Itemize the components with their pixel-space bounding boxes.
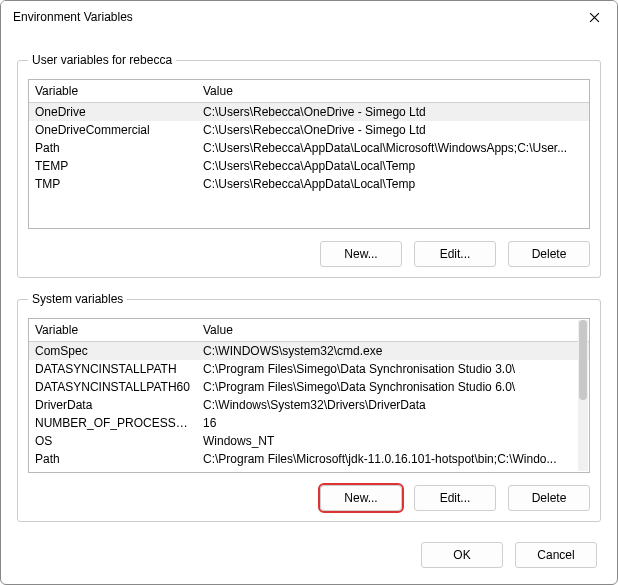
table-row[interactable]: DATASYNCINSTALLPATHC:\Program Files\Sime… <box>29 360 589 378</box>
table-row[interactable]: PathC:\Users\Rebecca\AppData\Local\Micro… <box>29 139 589 157</box>
window-title: Environment Variables <box>13 10 133 24</box>
cell-value: 16 <box>197 414 589 432</box>
cell-variable: DATASYNCINSTALLPATH <box>29 360 197 378</box>
user-variables-table-wrap: Variable Value OneDriveC:\Users\Rebecca\… <box>28 79 590 229</box>
system-variables-section: System variables Variable Value ComSpecC… <box>17 292 601 522</box>
cell-value: C:\Program Files\Simego\Data Synchronisa… <box>197 378 589 396</box>
table-row[interactable]: TMPC:\Users\Rebecca\AppData\Local\Temp <box>29 175 589 193</box>
user-variables-table[interactable]: Variable Value OneDriveC:\Users\Rebecca\… <box>29 80 589 193</box>
table-row[interactable]: NUMBER_OF_PROCESSORS16 <box>29 414 589 432</box>
cell-variable: TMP <box>29 175 197 193</box>
table-row[interactable]: TEMPC:\Users\Rebecca\AppData\Local\Temp <box>29 157 589 175</box>
column-header-value[interactable]: Value <box>197 80 589 103</box>
system-delete-button[interactable]: Delete <box>508 485 590 511</box>
table-row[interactable]: OSWindows_NT <box>29 432 589 450</box>
user-section-legend: User variables for rebecca <box>28 53 176 67</box>
scrollbar-thumb[interactable] <box>579 320 587 400</box>
table-row[interactable]: OneDriveCommercialC:\Users\Rebecca\OneDr… <box>29 121 589 139</box>
cell-variable: OS <box>29 432 197 450</box>
cell-variable: OneDriveCommercial <box>29 121 197 139</box>
titlebar: Environment Variables <box>1 1 617 33</box>
system-variables-table-wrap: Variable Value ComSpecC:\WINDOWS\system3… <box>28 318 590 473</box>
cell-value: C:\Users\Rebecca\AppData\Local\Microsoft… <box>197 139 589 157</box>
ok-button[interactable]: OK <box>421 542 503 568</box>
user-new-button[interactable]: New... <box>320 241 402 267</box>
close-button[interactable] <box>571 1 617 33</box>
column-header-variable[interactable]: Variable <box>29 80 197 103</box>
cell-variable: OneDrive <box>29 103 197 122</box>
user-delete-button[interactable]: Delete <box>508 241 590 267</box>
system-table-scrollbar[interactable] <box>578 320 588 471</box>
cell-value: C:\Users\Rebecca\OneDrive - Simego Ltd <box>197 121 589 139</box>
table-row[interactable]: DriverDataC:\Windows\System32\Drivers\Dr… <box>29 396 589 414</box>
system-new-button[interactable]: New... <box>320 485 402 511</box>
cell-variable: Path <box>29 139 197 157</box>
system-edit-button[interactable]: Edit... <box>414 485 496 511</box>
table-row[interactable]: DATASYNCINSTALLPATH60C:\Program Files\Si… <box>29 378 589 396</box>
user-variables-section: User variables for rebecca Variable Valu… <box>17 53 601 278</box>
column-header-variable[interactable]: Variable <box>29 319 197 342</box>
cell-variable: ComSpec <box>29 342 197 361</box>
cell-variable: NUMBER_OF_PROCESSORS <box>29 414 197 432</box>
cell-value: C:\WINDOWS\system32\cmd.exe <box>197 342 589 361</box>
table-row[interactable]: OneDriveC:\Users\Rebecca\OneDrive - Sime… <box>29 103 589 122</box>
cell-variable: DriverData <box>29 396 197 414</box>
cell-value: C:\Program Files\Simego\Data Synchronisa… <box>197 360 589 378</box>
cell-value: Windows_NT <box>197 432 589 450</box>
cell-value: C:\Windows\System32\Drivers\DriverData <box>197 396 589 414</box>
close-icon <box>589 12 600 23</box>
system-section-legend: System variables <box>28 292 127 306</box>
system-variables-table[interactable]: Variable Value ComSpecC:\WINDOWS\system3… <box>29 319 589 468</box>
cell-value: C:\Users\Rebecca\AppData\Local\Temp <box>197 157 589 175</box>
column-header-value[interactable]: Value <box>197 319 589 342</box>
cell-value: C:\Users\Rebecca\OneDrive - Simego Ltd <box>197 103 589 122</box>
cell-variable: TEMP <box>29 157 197 175</box>
table-row[interactable]: ComSpecC:\WINDOWS\system32\cmd.exe <box>29 342 589 361</box>
cell-variable: Path <box>29 450 197 468</box>
cell-variable: DATASYNCINSTALLPATH60 <box>29 378 197 396</box>
cancel-button[interactable]: Cancel <box>515 542 597 568</box>
user-edit-button[interactable]: Edit... <box>414 241 496 267</box>
table-row[interactable]: PathC:\Program Files\Microsoft\jdk-11.0.… <box>29 450 589 468</box>
cell-value: C:\Users\Rebecca\AppData\Local\Temp <box>197 175 589 193</box>
cell-value: C:\Program Files\Microsoft\jdk-11.0.16.1… <box>197 450 589 468</box>
